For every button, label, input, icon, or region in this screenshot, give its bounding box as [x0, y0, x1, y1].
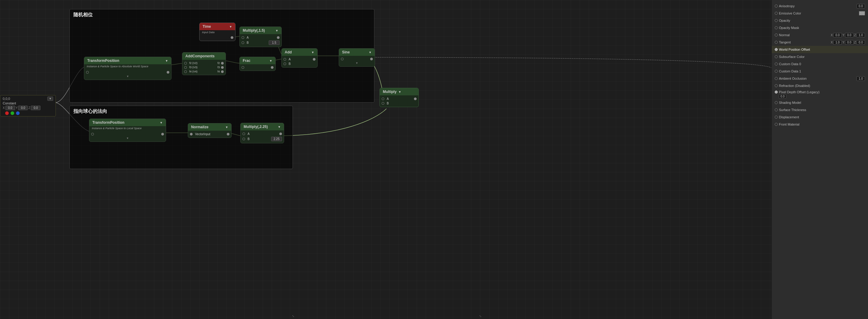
panel-ao-row: Ambient Occlusion 1.0: [772, 75, 868, 82]
tangent-z-label: Z: [854, 41, 856, 44]
tangent-label: Tangent: [779, 40, 830, 44]
pdo-label: Pixel Depth Offset (Legacy): [779, 90, 865, 94]
addcomp-f4-out: [221, 70, 224, 73]
canvas-area[interactable]: 随机相位 指向球心的法向 0,0,0 ▼ Constant X Y Z Time…: [0, 0, 771, 319]
wpo-label: World Position Offset: [779, 48, 865, 51]
transform2-in: [91, 133, 94, 135]
ao-label: Ambient Occlusion: [779, 77, 855, 80]
ao-value[interactable]: 1.0: [857, 76, 865, 81]
sine-dropdown[interactable]: ▼: [369, 51, 372, 54]
sine-ports: [339, 57, 375, 61]
multiply15-A-out: [277, 36, 280, 39]
multiply225-title: Multiply(,2.25): [244, 125, 268, 129]
time-dropdown-btn[interactable]: ▼: [229, 25, 232, 28]
multiply15-title: Multiply(,1.5): [243, 28, 265, 33]
panel-anisotropy-row: Anisotropy 0.0: [772, 2, 868, 10]
normal-dot: [775, 33, 778, 36]
panel-subsurface-row: Subsurface Color: [772, 53, 868, 60]
multiply225-A-out: [279, 132, 282, 135]
surface-thickness-label: Surface Thickness: [779, 108, 865, 111]
normal-z-value[interactable]: 1.0: [857, 33, 865, 37]
panel-emissive-row: Emissive Color: [772, 10, 868, 17]
constant-node: 0,0,0 ▼ Constant X Y Z: [0, 95, 56, 117]
frontmaterial-label: Front Material: [779, 123, 865, 126]
time-output-port: [199, 36, 235, 39]
normalize-out: [227, 133, 229, 135]
right-panel: Anisotropy 0.0 Emissive Color Opacity Op…: [771, 0, 868, 319]
constant-value-label: 0,0,0: [3, 97, 10, 100]
transform1-subtitle: Instance & Particle Space to Absolute Wo…: [84, 64, 171, 69]
tangent-y-label: Y: [842, 41, 844, 44]
transform2-subtitle: Instance & Particle Space to Local Space: [89, 126, 166, 131]
tangent-x-value[interactable]: 1.0: [833, 40, 842, 45]
panel-pdo-section: Pixel Depth Offset (Legacy) 0.0: [772, 89, 868, 99]
anisotropy-label: Anisotropy: [779, 4, 855, 8]
normalize-node: Normalize ▼ VectorInput: [188, 123, 231, 138]
frac-in: [242, 66, 244, 69]
multiply15-header: Multiply(,1.5) ▼: [240, 27, 281, 34]
normal-label: Normal: [779, 33, 830, 37]
displacement-label: Displacement: [779, 115, 865, 119]
frac-ports: [240, 65, 275, 69]
transform2-ports: [89, 132, 166, 136]
multiply225-B-value[interactable]: [271, 137, 282, 141]
color-dot-red: [5, 111, 9, 115]
sine-out: [370, 58, 373, 60]
emissive-dot: [775, 12, 778, 15]
customdata0-dot: [775, 62, 778, 65]
multiply-bottom-dropdown[interactable]: ▼: [398, 90, 401, 94]
multiply-bot-B-in: [382, 102, 384, 105]
group2-title: 指向球心的法向: [70, 106, 292, 117]
anisotropy-value[interactable]: 0.0: [857, 4, 865, 8]
time-subtitle: Input Data: [199, 30, 235, 34]
normal-y-label: Y: [842, 33, 844, 37]
tangent-z-value[interactable]: 0.0: [857, 40, 865, 45]
opacity-label: Opacity: [779, 19, 865, 22]
resize-handle-1: ⤡: [479, 315, 482, 318]
frac-dropdown[interactable]: ▼: [269, 59, 272, 62]
normal-y-value[interactable]: 0.0: [845, 33, 854, 37]
transform1-dropdown[interactable]: ▼: [165, 59, 168, 62]
add-A-out: [313, 58, 315, 61]
multiply225-node: Multiply(,2.25) ▼ A B: [240, 123, 284, 143]
constant-y[interactable]: [18, 106, 28, 110]
constant-z[interactable]: [31, 106, 40, 110]
sine-in: [341, 58, 344, 60]
panel-normal-row: Normal X 0.0 Y 0.0 Z 1.0: [772, 31, 868, 39]
customdata1-dot: [775, 70, 778, 73]
transform2-dropdown[interactable]: ▼: [160, 121, 163, 124]
addcomp-f3-in: [184, 66, 187, 69]
multiply-bottom-portA: A: [380, 97, 418, 101]
shading-label: Shading Model: [779, 101, 865, 104]
sine-header: Sine ▼: [339, 49, 375, 56]
multiply15-B-in: [242, 41, 244, 44]
add-dropdown[interactable]: ▼: [311, 51, 314, 54]
time-out-circle: [231, 36, 234, 39]
refraction-label: Refraction (Disabled): [779, 84, 865, 88]
multiply225-header: Multiply(,2.25) ▼: [241, 123, 284, 130]
add-node: Add ▼ A B: [281, 48, 318, 68]
constant-dropdown[interactable]: ▼: [48, 97, 53, 101]
multiply225-B-in: [242, 138, 245, 140]
normalize-dropdown[interactable]: ▼: [225, 126, 228, 129]
constant-x[interactable]: [5, 106, 15, 110]
multiply15-dropdown[interactable]: ▼: [275, 29, 278, 32]
color-dot-green: [10, 111, 14, 115]
emissive-color-box[interactable]: [859, 11, 865, 15]
add-B-in: [283, 62, 286, 65]
panel-wpo-row[interactable]: World Position Offset: [772, 46, 868, 53]
addcomponents-header: AddComponents: [182, 53, 225, 60]
transform2-out: [161, 133, 164, 135]
normal-x-value[interactable]: 0.0: [833, 33, 842, 37]
tangent-x-label: X: [831, 41, 833, 44]
multiply225-dropdown[interactable]: ▼: [278, 125, 281, 129]
constant-label: Constant: [3, 101, 53, 105]
opacity-mask-dot: [775, 26, 778, 29]
multiply15-B-value[interactable]: [269, 40, 280, 45]
tangent-y-value[interactable]: 0.0: [845, 40, 854, 45]
addcomp-f4-in: [184, 70, 187, 73]
multiply15-A-in: [242, 36, 244, 39]
pdo-value[interactable]: 0.0: [779, 94, 786, 99]
transform1-title: TransformPosition: [87, 59, 119, 63]
addcomp-f2-in: [184, 62, 187, 65]
